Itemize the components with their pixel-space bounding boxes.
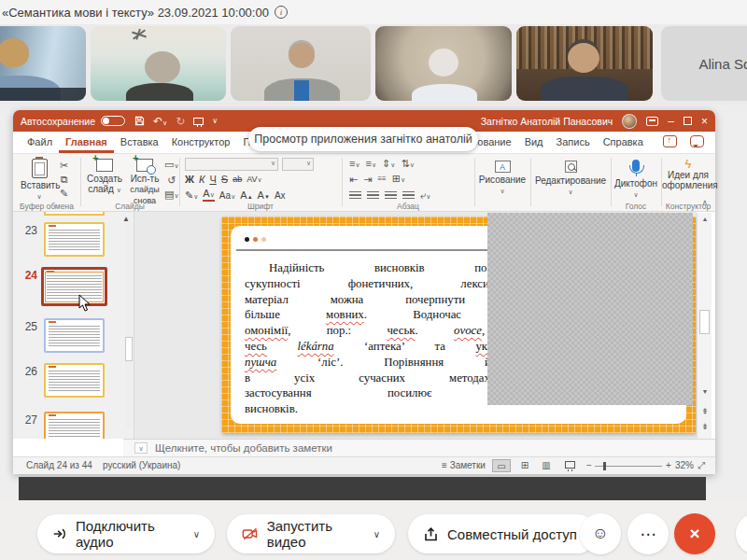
restore-button[interactable] bbox=[684, 117, 692, 125]
slideshow-view-icon[interactable] bbox=[560, 459, 579, 472]
format-painter-icon[interactable]: ✎ bbox=[60, 188, 68, 199]
columns-icon[interactable]: ≡≡ bbox=[377, 174, 386, 185]
text-direction-icon[interactable]: ⇅∨ bbox=[401, 158, 414, 171]
collapse-ribbon-icon[interactable]: ∧ bbox=[701, 198, 708, 207]
join-audio-button[interactable]: Подключить аудио ∨ bbox=[37, 514, 215, 553]
slide-thumbnail-24[interactable] bbox=[41, 267, 107, 306]
reactions-button[interactable]: ☺ bbox=[580, 513, 621, 554]
scroll-up-icon[interactable]: ▲ bbox=[698, 216, 712, 222]
increase-font-button[interactable]: А▲ bbox=[240, 189, 252, 201]
text-shadow-button[interactable]: ab bbox=[233, 175, 242, 184]
strikethrough-button[interactable]: S bbox=[221, 174, 228, 185]
font-name-select[interactable] bbox=[185, 158, 278, 171]
italic-button[interactable]: К bbox=[199, 174, 204, 185]
zoom-slider-thumb[interactable] bbox=[603, 462, 606, 470]
participant-video-1[interactable] bbox=[0, 26, 86, 101]
tab-Справка[interactable]: Справка bbox=[597, 136, 650, 153]
redo-icon[interactable]: ↻ bbox=[176, 115, 185, 128]
zoom-out-icon[interactable]: − bbox=[586, 460, 592, 470]
decrease-font-button[interactable]: А▼ bbox=[258, 189, 270, 201]
fit-to-window-icon[interactable]: ⤢ bbox=[698, 460, 705, 471]
autosave-toggle[interactable] bbox=[101, 116, 125, 126]
clear-formatting-button[interactable]: Аx bbox=[275, 190, 286, 201]
decrease-indent-icon[interactable]: ⇤ bbox=[349, 174, 358, 185]
canvas-scrollbar[interactable]: ▲ ▼ ⇞ ⇟ bbox=[697, 213, 712, 439]
slide-thumbnail-25[interactable] bbox=[44, 318, 105, 353]
align-left-icon[interactable] bbox=[349, 191, 361, 201]
notes-bar[interactable]: ∨ Щелкните, чтобы добавить заметки bbox=[123, 439, 715, 456]
zoom-level[interactable]: 32% bbox=[675, 460, 694, 470]
smartart-convert-icon[interactable]: ⤶∨ bbox=[420, 189, 430, 203]
start-video-button[interactable]: Запустить видео ∨ bbox=[227, 514, 395, 553]
dictate-button[interactable]: Диктофон∨ bbox=[613, 160, 659, 200]
save-icon[interactable] bbox=[134, 116, 145, 126]
leave-meeting-button[interactable]: × bbox=[674, 513, 715, 554]
chevron-down-icon[interactable]: ∨ bbox=[193, 529, 200, 539]
slide-thumbnail-23[interactable] bbox=[44, 222, 105, 257]
numbering-icon[interactable]: ≡∨ bbox=[366, 158, 377, 171]
tab-Конструктор[interactable]: Конструктор bbox=[165, 136, 237, 153]
underline-button[interactable]: Ч bbox=[209, 174, 216, 185]
previous-slide-icon[interactable]: ⇞ bbox=[698, 407, 712, 416]
language-indicator[interactable]: русский (Украина) bbox=[103, 460, 180, 470]
participant-video-3[interactable] bbox=[231, 26, 371, 101]
design-ideas-button[interactable]: ϟ Идеи дляоформления bbox=[662, 159, 714, 190]
chevron-down-icon[interactable]: ∨ bbox=[374, 529, 380, 539]
slide-thumbnail-26[interactable] bbox=[44, 363, 105, 398]
scroll-down-icon[interactable]: ▼ bbox=[698, 388, 712, 395]
cut-icon[interactable]: ✂ bbox=[60, 160, 68, 171]
undo-icon[interactable]: ↶∨ bbox=[153, 115, 167, 128]
align-text-icon[interactable]: ⊞∨ bbox=[392, 173, 405, 186]
highlight-button[interactable]: ✎∨ bbox=[185, 189, 198, 202]
reuse-slides-button[interactable]: Исп-тьслайды снова bbox=[125, 159, 164, 206]
align-right-icon[interactable] bbox=[385, 191, 397, 201]
increase-indent-icon[interactable]: ⇥ bbox=[363, 174, 372, 185]
customize-qat-icon[interactable]: ∨ bbox=[212, 117, 218, 125]
character-spacing-button[interactable]: AV∨ bbox=[247, 175, 261, 184]
tab-Вид[interactable]: Вид bbox=[518, 136, 550, 153]
participant-video-4[interactable] bbox=[375, 26, 512, 101]
normal-view-icon[interactable]: ▭ bbox=[492, 459, 511, 472]
close-button[interactable]: × bbox=[701, 116, 708, 127]
account-avatar[interactable] bbox=[622, 114, 637, 129]
participant-tile-name-only[interactable]: Alina Son bbox=[661, 26, 747, 101]
start-slideshow-icon[interactable] bbox=[193, 118, 204, 125]
notes-toggle[interactable]: ≡ Заметки bbox=[442, 460, 486, 470]
tab-Файл[interactable]: Файл bbox=[21, 136, 59, 153]
justify-icon[interactable] bbox=[402, 191, 415, 201]
participant-video-5[interactable] bbox=[516, 26, 653, 101]
zoom-in-icon[interactable]: + bbox=[666, 460, 671, 470]
tab-Вставка[interactable]: Вставка bbox=[114, 136, 165, 153]
participant-video-2[interactable] bbox=[91, 26, 226, 101]
editing-button[interactable]: Редактирование∨ bbox=[532, 161, 609, 197]
tab-Запись[interactable]: Запись bbox=[550, 136, 597, 153]
line-spacing-icon[interactable]: ⇕∨ bbox=[382, 158, 395, 171]
slide-sorter-icon[interactable]: ⊞ bbox=[515, 459, 534, 472]
ppt-share-icon[interactable] bbox=[663, 135, 677, 147]
copy-icon[interactable]: ⧉ bbox=[61, 174, 68, 185]
bold-button[interactable]: Ж bbox=[185, 174, 194, 185]
reset-slide-icon[interactable]: ↺ bbox=[167, 175, 176, 186]
tab-Главная[interactable]: Главная bbox=[59, 136, 114, 153]
more-options-button[interactable]: ⋯ bbox=[627, 513, 669, 554]
bullets-icon[interactable]: ≡∨ bbox=[349, 158, 360, 171]
new-slide-button[interactable]: Создатьслайд ∨ bbox=[84, 159, 125, 195]
font-size-select[interactable] bbox=[282, 158, 314, 171]
next-slide-icon[interactable]: ⇟ bbox=[698, 422, 712, 431]
scrollbar-thumb[interactable] bbox=[699, 310, 710, 334]
change-case-button[interactable]: Аа∨ bbox=[219, 190, 235, 201]
font-color-button[interactable]: А∨ bbox=[203, 189, 214, 202]
comments-icon[interactable] bbox=[690, 135, 704, 147]
share-screen-button[interactable]: Совместный доступ bbox=[408, 514, 597, 553]
info-icon[interactable]: i bbox=[275, 6, 288, 19]
slide-thumbnail-27[interactable] bbox=[44, 412, 105, 439]
section-icon[interactable]: ▤∨ bbox=[164, 189, 179, 202]
panel-toggle-button[interactable] bbox=[736, 513, 747, 554]
minimize-button[interactable]: – bbox=[668, 116, 674, 127]
ribbon-display-options-icon[interactable] bbox=[646, 117, 658, 126]
drawing-button[interactable]: A Рисование∨ bbox=[476, 161, 529, 196]
notes-placeholder[interactable]: Щелкните, чтобы добавить заметки bbox=[155, 442, 332, 454]
reading-view-icon[interactable]: ▥ bbox=[537, 459, 556, 472]
layout-icon[interactable]: ▭∨ bbox=[164, 159, 179, 172]
paste-button[interactable]: Вставить∨ bbox=[21, 159, 58, 202]
